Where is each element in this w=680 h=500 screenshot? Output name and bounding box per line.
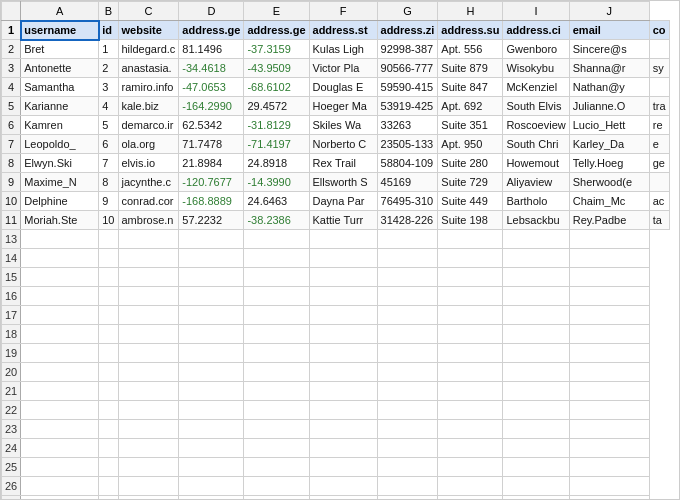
empty-cell[interactable] [244,439,309,458]
empty-cell[interactable] [569,439,649,458]
empty-cell[interactable] [21,325,99,344]
cell-r2-c3[interactable]: 81.1496 [179,40,244,59]
cell-r10-c8[interactable]: Bartholo [503,192,569,211]
empty-cell[interactable] [99,382,118,401]
cell-r9-c0[interactable]: Maxime_N [21,173,99,192]
empty-cell[interactable] [377,496,438,501]
cell-r6-c8[interactable]: Roscoeview [503,116,569,135]
empty-cell[interactable] [569,230,649,249]
empty-cell[interactable] [118,325,179,344]
empty-cell[interactable] [309,477,377,496]
header-cell-7[interactable]: address.su [438,21,503,40]
empty-cell[interactable] [118,401,179,420]
cell-r4-c9[interactable]: Nathan@y [569,78,649,97]
cell-r7-c8[interactable]: South Chri [503,135,569,154]
empty-cell[interactable] [244,306,309,325]
cell-r7-c5[interactable]: Norberto C [309,135,377,154]
empty-cell[interactable] [21,268,99,287]
empty-cell[interactable] [99,363,118,382]
empty-cell[interactable] [438,496,503,501]
empty-cell[interactable] [118,268,179,287]
col-header-A[interactable]: A [21,2,99,21]
cell-r2-c7[interactable]: Apt. 556 [438,40,503,59]
empty-cell[interactable] [503,477,569,496]
header-cell-6[interactable]: address.zi [377,21,438,40]
empty-cell[interactable] [438,287,503,306]
empty-cell[interactable] [118,249,179,268]
cell-r9-c10[interactable] [649,173,669,192]
cell-r3-c6[interactable]: 90566-777 [377,59,438,78]
empty-cell[interactable] [118,496,179,501]
cell-r11-c1[interactable]: 10 [99,211,118,230]
cell-r7-c10[interactable]: e [649,135,669,154]
empty-cell[interactable] [244,458,309,477]
empty-cell[interactable] [377,287,438,306]
cell-r4-c10[interactable] [649,78,669,97]
empty-cell[interactable] [377,420,438,439]
cell-r2-c9[interactable]: Sincere@s [569,40,649,59]
empty-cell[interactable] [179,249,244,268]
cell-r11-c2[interactable]: ambrose.n [118,211,179,230]
empty-cell[interactable] [118,344,179,363]
empty-cell[interactable] [244,382,309,401]
empty-cell[interactable] [438,439,503,458]
empty-cell[interactable] [21,439,99,458]
empty-cell[interactable] [99,477,118,496]
cell-r7-c0[interactable]: Leopoldo_ [21,135,99,154]
cell-r4-c4[interactable]: -68.6102 [244,78,309,97]
cell-r4-c0[interactable]: Samantha [21,78,99,97]
empty-cell[interactable] [569,382,649,401]
col-header-G[interactable]: G [377,2,438,21]
cell-r9-c4[interactable]: -14.3990 [244,173,309,192]
cell-r5-c10[interactable]: tra [649,97,669,116]
empty-cell[interactable] [503,363,569,382]
empty-cell[interactable] [99,458,118,477]
empty-cell[interactable] [244,230,309,249]
col-header-row-num[interactable] [2,2,21,21]
empty-cell[interactable] [309,496,377,501]
cell-r9-c5[interactable]: Ellsworth S [309,173,377,192]
empty-cell[interactable] [377,401,438,420]
cell-r6-c2[interactable]: demarco.ir [118,116,179,135]
empty-cell[interactable] [99,496,118,501]
cell-r3-c2[interactable]: anastasia. [118,59,179,78]
empty-cell[interactable] [118,230,179,249]
header-cell-10[interactable]: co [649,21,669,40]
empty-cell[interactable] [377,268,438,287]
cell-r3-c9[interactable]: Shanna@r [569,59,649,78]
cell-r8-c6[interactable]: 58804-109 [377,154,438,173]
cell-r7-c7[interactable]: Apt. 950 [438,135,503,154]
cell-r7-c4[interactable]: -71.4197 [244,135,309,154]
cell-r7-c3[interactable]: 71.7478 [179,135,244,154]
cell-r11-c7[interactable]: Suite 198 [438,211,503,230]
cell-r6-c4[interactable]: -31.8129 [244,116,309,135]
empty-cell[interactable] [21,287,99,306]
empty-cell[interactable] [569,477,649,496]
empty-cell[interactable] [179,230,244,249]
empty-cell[interactable] [244,325,309,344]
empty-cell[interactable] [118,382,179,401]
cell-r9-c2[interactable]: jacynthe.c [118,173,179,192]
empty-cell[interactable] [21,363,99,382]
empty-cell[interactable] [309,439,377,458]
empty-cell[interactable] [438,306,503,325]
cell-r2-c10[interactable] [649,40,669,59]
empty-cell[interactable] [118,439,179,458]
empty-cell[interactable] [309,363,377,382]
cell-r5-c4[interactable]: 29.4572 [244,97,309,116]
empty-cell[interactable] [309,382,377,401]
empty-cell[interactable] [118,420,179,439]
empty-cell[interactable] [99,249,118,268]
cell-r5-c8[interactable]: South Elvis [503,97,569,116]
cell-r10-c4[interactable]: 24.6463 [244,192,309,211]
empty-cell[interactable] [503,325,569,344]
cell-r2-c8[interactable]: Gwenboro [503,40,569,59]
cell-r5-c9[interactable]: Julianne.O [569,97,649,116]
cell-r2-c5[interactable]: Kulas Ligh [309,40,377,59]
empty-cell[interactable] [21,401,99,420]
empty-cell[interactable] [99,344,118,363]
cell-r11-c9[interactable]: Rey.Padbe [569,211,649,230]
cell-r8-c5[interactable]: Rex Trail [309,154,377,173]
empty-cell[interactable] [438,249,503,268]
empty-cell[interactable] [21,496,99,501]
